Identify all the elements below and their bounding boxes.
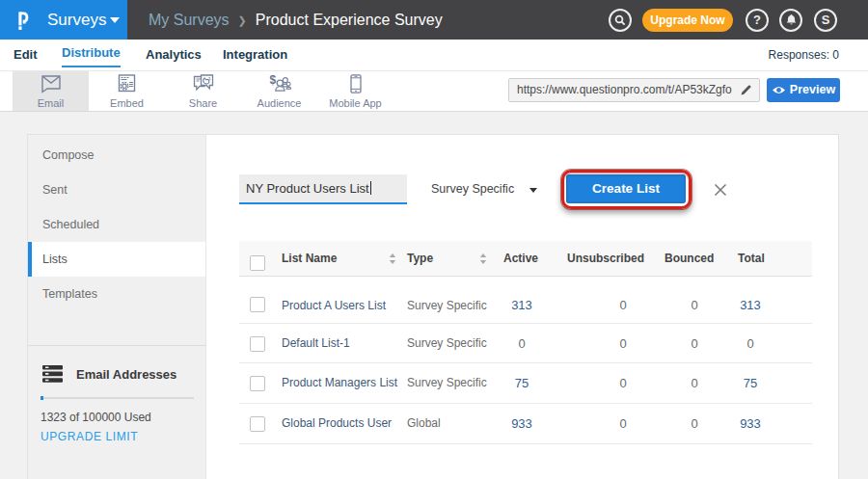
svg-text:$: $: [269, 74, 276, 87]
